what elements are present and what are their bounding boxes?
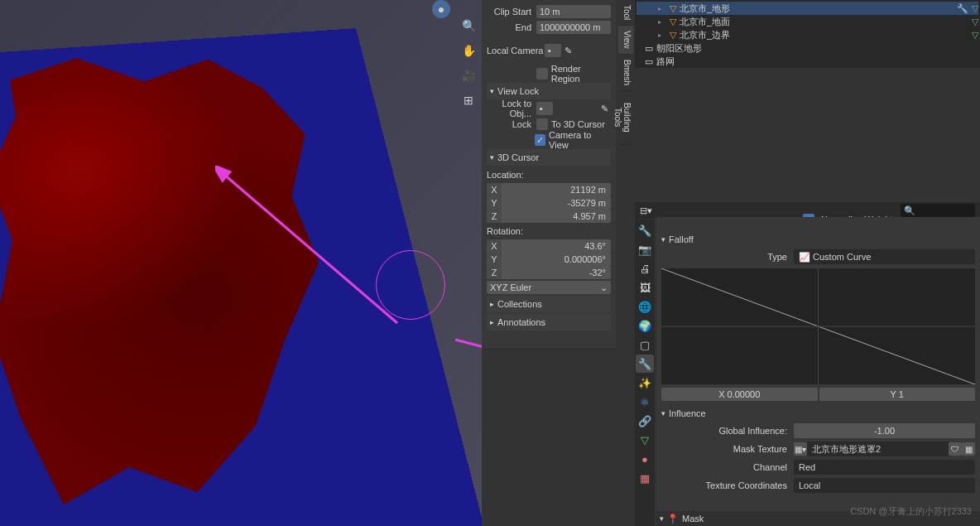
cursor-z-input[interactable]: Z4.957 m [487,210,611,223]
outliner-item[interactable]: ▸▽北京市_地面▽ [637,15,978,28]
mesh-icon: ▽ [670,3,676,14]
n-panel: Clip Start10 m End1000000000 m Local Cam… [482,0,616,348]
3d-viewport[interactable]: ● 🔍 ✋ 🎥 ⊞ [0,0,482,526]
rot-z-input[interactable]: Z-32° [487,266,611,279]
ptab-physics[interactable]: ⚛ [636,393,654,411]
gizmo-toggle[interactable]: ● [432,0,450,18]
ptab-scene[interactable]: 🌐 [636,297,654,316]
rot-x-input[interactable]: X43.6° [487,239,611,253]
collection-icon: ▭ [645,56,653,67]
tab-tool[interactable]: Tool [618,0,633,25]
clip-start-input[interactable]: 10 m [536,5,611,18]
annotations-header[interactable]: Annotations [487,314,611,331]
tex-coords-label: Texture Coordinates [661,480,794,490]
clip-start-label: Clip Start [487,7,536,17]
terrain-mesh [0,43,401,526]
local-camera-label: Local Camera [487,46,545,55]
outliner-item[interactable]: ▭朝阳区地形 [637,41,978,55]
mesh-icon: ▽ [670,30,676,41]
ptab-view[interactable]: 🖼 [636,278,654,297]
ptab-constraint[interactable]: 🔗 [636,412,654,430]
global-influence-label: Global Influence: [661,426,794,436]
camera-to-view-checkbox[interactable]: ✓ [535,134,545,146]
type-label: Type [661,252,794,262]
editor-type-icon[interactable]: ⊟▾ [640,205,652,216]
outliner-item[interactable]: ▸▽北京市_边界▽ [637,28,978,41]
cursor-y-input[interactable]: Y-35279 m [487,196,611,210]
pin-icon[interactable]: 📍 [667,514,679,524]
ptab-data[interactable]: ▽ [636,431,654,449]
rotation-label: Rotation: [487,226,523,236]
outliner[interactable]: ▸▽北京市_地形🔧▽ ▸▽北京市_地面▽ ▸▽北京市_边界▽ ▭朝阳区地形 ▭路… [635,0,980,68]
texture-browse-icon[interactable]: ▦▾ [794,442,807,456]
falloff-header[interactable]: Falloff [661,232,975,247]
tab-bmesh[interactable]: Bmesh [618,55,633,90]
location-label: Location: [487,170,524,180]
view-lock-header[interactable]: View Lock [487,83,611,99]
mesh-data-icon[interactable]: ▽ [972,3,978,14]
lock-to-obj-label: Lock to Obj... [487,99,536,118]
properties-tabs: 🔧 📷 🖨 🖼 🌐 🌍 ▢ 🔧 ✨ ⚛ 🔗 ▽ ● ▦ [635,220,655,526]
brush-circle [376,250,445,320]
grid-icon[interactable]: ⊞ [459,91,478,109]
pan-icon[interactable]: ✋ [459,41,478,60]
ptab-material[interactable]: ● [636,450,654,468]
fake-user-icon[interactable]: 🛡 [949,442,962,456]
ptab-tool[interactable]: 🔧 [636,221,654,239]
to-3d-cursor-checkbox[interactable] [536,118,548,130]
render-region-label: Render Region [551,64,611,84]
curve-x-readout[interactable]: X 0.00000 [661,388,818,401]
mask-subpanel-header[interactable]: ▾📍Mask [656,511,980,526]
outliner-item[interactable]: ▭路网 [637,55,978,68]
ptab-output[interactable]: 🖨 [636,259,654,277]
outliner-item[interactable]: ▸▽北京市_地形🔧▽ [637,2,978,15]
ptab-render[interactable]: 📷 [636,240,654,258]
3d-cursor-header[interactable]: 3D Cursor [487,149,611,166]
mask-texture-field[interactable]: 北京市地形遮罩2 [807,442,949,456]
eyedropper-icon[interactable]: ✎ [598,102,611,115]
channel-label: Channel [661,462,794,472]
rotation-mode-dropdown[interactable]: XYZ Euler⌄ [487,281,611,294]
ptab-world[interactable]: 🌍 [636,316,654,335]
type-dropdown[interactable]: 📈 Custom Curve [794,249,975,264]
render-region-checkbox[interactable] [536,68,548,80]
channel-dropdown[interactable]: Red [794,460,975,475]
properties-search[interactable]: 🔍 [901,204,975,217]
mesh-data-icon[interactable]: ▽ [972,30,978,41]
collections-header[interactable]: Collections [487,296,611,312]
ptab-modifier[interactable]: 🔧 [636,355,654,373]
new-texture-icon[interactable]: ▦ [962,442,975,456]
end-input[interactable]: 1000000000 m [536,21,611,34]
camera-icon[interactable]: 🎥 [459,66,478,84]
end-label: End [487,22,536,32]
tab-building[interactable]: Building Tools [618,91,633,144]
lock-to-obj-field[interactable]: ▪ [536,102,553,115]
properties-panel: Falloff Type📈 Custom Curve ⊕⊖⌄ X 0.00000… [656,217,980,526]
zoom-icon[interactable]: 🔍 [459,17,478,35]
modifier-icon[interactable]: 🔧 [957,3,968,14]
curve-icon: 📈 [799,252,810,263]
influence-header[interactable]: Influence [661,406,975,421]
mesh-data-icon[interactable]: ▽ [972,17,978,27]
falloff-curve[interactable] [661,268,975,384]
cursor-x-input[interactable]: X21192 m [487,183,611,196]
n-panel-tabs: Tool View Bmesh Building Tools [618,0,633,145]
curve-y-readout[interactable]: Y 1 [819,388,976,401]
viewport-nav-gizmos: 🔍 ✋ 🎥 ⊞ [459,17,478,109]
lock-label: Lock [487,119,536,129]
ptab-object[interactable]: ▢ [636,335,654,354]
local-camera-field[interactable]: ▪ [545,44,561,57]
mask-texture-label: Mask Texture [661,444,794,454]
collection-icon: ▭ [645,43,653,54]
eyedropper-icon[interactable]: ✎ [561,44,574,57]
search-icon: 🔍 [904,205,915,216]
mesh-icon: ▽ [670,17,676,27]
global-influence-slider[interactable]: -1.00 [794,423,975,438]
ptab-particle[interactable]: ✨ [636,374,654,392]
rot-y-input[interactable]: Y0.000006° [487,253,611,266]
ptab-texture[interactable]: ▦ [636,469,654,487]
tab-view[interactable]: View [618,26,633,54]
tex-coords-dropdown[interactable]: Local [794,478,975,493]
